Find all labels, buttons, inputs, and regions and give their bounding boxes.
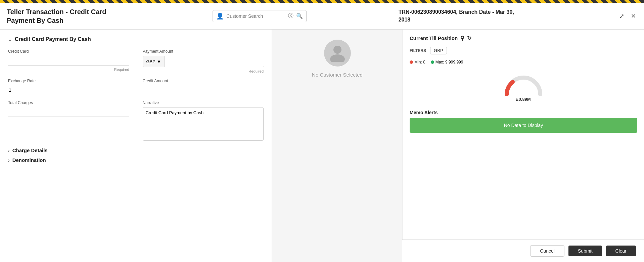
close-icon[interactable]: ✕ <box>630 11 637 21</box>
dropdown-arrow-icon: ▼ <box>157 59 161 64</box>
no-customer-label: No Customer Selected <box>312 72 363 78</box>
gauge-container: £0.89M <box>410 73 637 102</box>
clear-search-icon[interactable]: ⓧ <box>288 12 293 19</box>
total-charges-field: Total Charges <box>8 100 129 141</box>
total-charges-label: Total Charges <box>8 100 129 105</box>
narrative-label: Narrative <box>143 100 264 105</box>
credit-amount-input[interactable] <box>143 85 264 95</box>
clear-label: Clear <box>615 248 627 254</box>
min-indicator: Min: 0 <box>410 60 425 64</box>
form-panel: ⌄ Credit Card Payment By Cash Credit Car… <box>0 30 272 262</box>
denomination-section[interactable]: › Denomination <box>8 157 264 163</box>
page-title: Teller Transaction - Credit Card Payment… <box>7 7 121 25</box>
expand-icon[interactable]: ⤢ <box>618 11 626 21</box>
section-header: ⌄ Credit Card Payment By Cash <box>8 36 264 42</box>
credit-card-required: Required <box>8 68 129 72</box>
section-title: Credit Card Payment By Cash <box>15 36 91 42</box>
footer-actions: Cancel Submit Clear <box>402 239 644 262</box>
denomination-label: Denomination <box>12 157 46 163</box>
exchange-rate-field: Exchange Rate <box>8 79 129 95</box>
currency-label: GBP <box>146 59 155 64</box>
exchange-rate-label: Exchange Rate <box>8 79 129 83</box>
filters-row: FILTERS GBP <box>410 47 637 54</box>
charge-details-label: Charge Details <box>12 147 48 153</box>
charge-details-chevron: › <box>8 148 10 153</box>
filters-label: FILTERS <box>410 48 426 53</box>
credit-card-label: Credit Card <box>8 49 129 54</box>
payment-amount-label: Payment Amount <box>143 49 264 54</box>
min-dot <box>410 60 413 64</box>
trn-info: TRN-006230890034604, Branch Date - Mar 3… <box>399 8 526 24</box>
payment-amount-input[interactable] <box>165 56 264 67</box>
narrative-field: Narrative Credit Card Payment by Cash <box>143 100 264 141</box>
svg-point-1 <box>330 54 345 62</box>
customer-search-input[interactable] <box>226 13 285 19</box>
credit-card-field: Credit Card Required <box>8 49 129 73</box>
collapse-chevron[interactable]: ⌄ <box>8 37 12 42</box>
till-title: Current Till Position ⚲ ↻ <box>410 35 471 41</box>
no-data-button[interactable]: No Data to Display <box>410 118 637 133</box>
cancel-label: Cancel <box>540 248 555 254</box>
memo-alerts-section: Memo Alerts No Data to Display <box>410 110 637 133</box>
submit-button[interactable]: Submit <box>568 246 602 256</box>
max-dot <box>431 60 434 64</box>
top-decorative-bar <box>0 0 644 3</box>
credit-amount-field: Credit Amount <box>143 79 264 95</box>
min-label: Min: 0 <box>414 60 425 64</box>
memo-alerts-title: Memo Alerts <box>410 110 637 115</box>
customer-panel: No Customer Selected <box>272 30 403 262</box>
cancel-button[interactable]: Cancel <box>530 245 564 257</box>
gauge-value: £0.89M <box>516 97 531 102</box>
submit-label: Submit <box>578 248 593 254</box>
header-actions: ⤢ ✕ <box>618 11 637 21</box>
currency-select[interactable]: GBP ▼ <box>143 56 165 67</box>
till-header: Current Till Position ⚲ ↻ <box>410 35 637 41</box>
refresh-icon[interactable]: ↻ <box>467 35 471 41</box>
credit-card-input[interactable] <box>8 56 129 66</box>
search-icon[interactable]: 🔍 <box>296 13 303 19</box>
svg-point-0 <box>333 46 341 54</box>
credit-amount-label: Credit Amount <box>143 79 264 83</box>
till-title-text: Current Till Position <box>410 35 458 41</box>
main-content: ⌄ Credit Card Payment By Cash Credit Car… <box>0 30 644 262</box>
charge-details-section[interactable]: › Charge Details <box>8 147 264 153</box>
no-data-label: No Data to Display <box>504 123 543 128</box>
header: Teller Transaction - Credit Card Payment… <box>0 3 644 30</box>
min-max-row: Min: 0 Max: 9,999,999 <box>410 60 637 64</box>
payment-amount-row: GBP ▼ <box>143 56 264 67</box>
gauge-svg <box>503 73 544 96</box>
avatar <box>324 40 351 67</box>
denomination-chevron: › <box>8 158 10 163</box>
total-charges-input[interactable] <box>8 107 129 117</box>
filter-icon[interactable]: ⚲ <box>460 35 464 41</box>
payment-required: Required <box>143 69 264 73</box>
narrative-textarea[interactable]: Credit Card Payment by Cash <box>143 107 264 141</box>
person-icon: 👤 <box>216 12 224 20</box>
max-indicator: Max: 9,999,999 <box>431 60 463 64</box>
max-label: Max: 9,999,999 <box>435 60 463 64</box>
payment-amount-field: Payment Amount GBP ▼ Required <box>143 49 264 73</box>
till-panel: Current Till Position ⚲ ↻ FILTERS GBP Mi… <box>403 30 644 262</box>
customer-search-box[interactable]: 👤 ⓧ 🔍 <box>213 10 307 22</box>
form-grid: Credit Card Required Payment Amount GBP … <box>8 49 264 141</box>
gbp-badge[interactable]: GBP <box>430 47 447 54</box>
customer-search-container: 👤 ⓧ 🔍 <box>213 10 307 22</box>
clear-button[interactable]: Clear <box>606 246 636 256</box>
exchange-rate-input[interactable] <box>8 85 129 95</box>
